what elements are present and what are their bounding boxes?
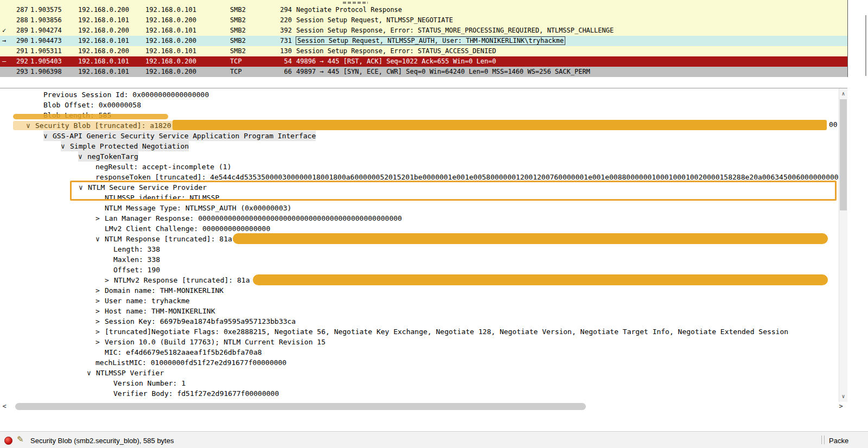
- tree-row-9[interactable]: ∨NTLM Secure Service Provider: [0, 182, 839, 193]
- tree-row-18[interactable]: >NTLMv2 Response [truncated]: 81a: [0, 275, 839, 285]
- tree-row-text: responseToken [truncated]: 4e544c4d53535…: [95, 173, 839, 181]
- related-packet-icon: →: [0, 36, 16, 46]
- tree-row-content: responseToken [truncated]: 4e544c4d53535…: [95, 172, 839, 182]
- info-text: Session Setup Response, Error: STATUS_AC…: [296, 47, 496, 55]
- tree-row-26[interactable]: mechListMIC: 01000000fd51f27e2d91677f000…: [0, 357, 839, 368]
- scroll-down-icon[interactable]: ∨: [839, 392, 847, 401]
- packet-col-len: 731: [273, 36, 292, 46]
- packet-col-proto: SMB2: [230, 46, 273, 56]
- tree-row-content: >Version 10.0 (Build 17763); NTLM Curren…: [95, 337, 326, 347]
- tree-row-21[interactable]: >Host name: THM-MONIKERLINK: [0, 306, 839, 316]
- tree-row-text: Lan Manager Response: 000000000000000000…: [105, 214, 402, 222]
- scroll-right-icon[interactable]: >: [837, 402, 845, 411]
- collapse-arrow-icon[interactable]: ∨: [79, 182, 88, 193]
- packet-row-288[interactable]: 2881.903856192.168.0.101192.168.0.200SMB…: [0, 15, 847, 25]
- packet-row-293[interactable]: 2931.906398192.168.0.101192.168.0.200TCP…: [0, 67, 847, 77]
- clipped-packet-row[interactable]: [0, 0, 847, 5]
- wireshark-window: 2871.903575192.168.0.200192.168.0.101SMB…: [0, 0, 868, 448]
- packet-col-time: 1.903575: [30, 5, 78, 15]
- tree-row-text: negTokenTarg: [87, 152, 138, 161]
- tree-row-14[interactable]: ∨NTLM Response [truncated]: 81a: [0, 234, 839, 244]
- tree-row-7[interactable]: negResult: accept-incomplete (1): [0, 162, 839, 172]
- expand-arrow-icon[interactable]: >: [95, 285, 105, 296]
- tree-row-2[interactable]: Blob Length: 585: [0, 110, 839, 120]
- scroll-left-icon[interactable]: <: [0, 402, 9, 411]
- expand-arrow-icon[interactable]: >: [95, 306, 105, 316]
- tree-row-10[interactable]: NTLMSSP identifier: NTLMSSP: [0, 193, 839, 203]
- tree-row-17[interactable]: Offset: 190: [0, 265, 839, 275]
- tree-row-16[interactable]: Maxlen: 338: [0, 254, 839, 265]
- tree-row-text: Version 10.0 (Build 17763); NTLM Current…: [105, 338, 326, 346]
- tree-row-8[interactable]: responseToken [truncated]: 4e544c4d53535…: [0, 172, 839, 182]
- tree-row-11[interactable]: NTLM Message Type: NTLMSSP_AUTH (0x00000…: [0, 203, 839, 213]
- tree-row-15[interactable]: Length: 338: [0, 244, 839, 254]
- packet-col-src: 192.168.0.101: [78, 36, 145, 46]
- tree-row-27[interactable]: ∨NTLMSSP Verifier: [0, 368, 839, 378]
- packet-row-290[interactable]: →2901.904473192.168.0.101192.168.0.200SM…: [0, 36, 847, 46]
- collapse-arrow-icon[interactable]: ∨: [26, 120, 35, 131]
- packet-col-time: 1.904274: [30, 25, 78, 36]
- tree-row-content: LMv2 Client Challenge: 0000000000000000: [105, 223, 270, 234]
- detail-horizontal-scrollbar[interactable]: < >: [0, 402, 847, 411]
- expand-arrow-icon[interactable]: >: [95, 327, 105, 337]
- tree-row-text: negResult: accept-incomplete (1): [95, 163, 231, 171]
- tree-row-6[interactable]: ∨negTokenTarg: [0, 151, 839, 162]
- packet-row-289[interactable]: ✓2891.904274192.168.0.200192.168.0.101SM…: [0, 25, 847, 36]
- tree-row-content: Previous Session Id: 0x0000000000000000: [43, 89, 209, 100]
- tree-row-19[interactable]: >Domain name: THM-MONIKERLINK: [0, 285, 839, 296]
- info-text: 49896 → 445 [RST, ACK] Seq=1022 Ack=655 …: [296, 57, 496, 65]
- tree-row-25[interactable]: MIC: ef4d6679e5182aaeaf1f5b26dbfa70a8: [0, 347, 839, 357]
- tree-row-5[interactable]: ∨Simple Protected Negotiation: [0, 141, 839, 151]
- info-text-focus-box: Session Setup Request, NTLMSSP_AUTH, Use…: [296, 37, 565, 44]
- tree-row-text: mechListMIC: 01000000fd51f27e2d91677f000…: [95, 359, 286, 367]
- tree-row-12[interactable]: >Lan Manager Response: 00000000000000000…: [0, 213, 839, 223]
- packet-row-291[interactable]: 2911.905311192.168.0.200192.168.0.101SMB…: [0, 46, 847, 56]
- tree-row-text: Verifier Body: fd51f27e2d91677f00000000: [113, 389, 279, 398]
- related-packet-icon: –: [0, 56, 16, 67]
- collapse-arrow-icon[interactable]: ∨: [87, 368, 96, 378]
- expand-arrow-icon[interactable]: >: [95, 316, 105, 327]
- tree-row-0[interactable]: Previous Session Id: 0x0000000000000000: [0, 89, 839, 100]
- vertical-scrollbar-thumb[interactable]: [840, 99, 847, 210]
- tree-row-3[interactable]: ∨Security Blob [truncated]: a1820: [0, 120, 839, 131]
- expand-arrow-icon[interactable]: >: [95, 337, 105, 347]
- expert-info-icon[interactable]: [4, 437, 12, 445]
- expand-arrow-icon[interactable]: >: [95, 213, 105, 223]
- detail-vertical-scrollbar[interactable]: ∧ ∨: [839, 88, 847, 402]
- packet-list-scrollbar[interactable]: [865, 15, 866, 76]
- tree-row-text: Blob Length: 585: [43, 111, 111, 119]
- collapse-arrow-icon[interactable]: ∨: [43, 131, 53, 141]
- tree-row-content: mechListMIC: 01000000fd51f27e2d91677f000…: [95, 357, 286, 368]
- packet-col-no: 292: [16, 56, 30, 67]
- tree-row-text: GSS-API Generic Security Service Applica…: [53, 132, 316, 140]
- packet-col-dst: 192.168.0.101: [145, 46, 230, 56]
- packet-row-292[interactable]: –2921.905403192.168.0.101192.168.0.200TC…: [0, 56, 847, 67]
- packet-col-dst: 192.168.0.200: [145, 67, 230, 77]
- tree-row-13[interactable]: LMv2 Client Challenge: 0000000000000000: [0, 223, 839, 234]
- tree-row-content: ∨GSS-API Generic Security Service Applic…: [43, 131, 316, 141]
- tree-row-29[interactable]: Verifier Body: fd51f27e2d91677f00000000: [0, 388, 839, 399]
- expand-arrow-icon[interactable]: >: [95, 296, 105, 306]
- packet-col-info: Session Setup Request, NTLMSSP_AUTH, Use…: [292, 36, 847, 46]
- capture-comment-icon[interactable]: ✎: [17, 434, 24, 444]
- horizontal-scrollbar-thumb[interactable]: [15, 403, 586, 410]
- collapse-arrow-icon[interactable]: ∨: [95, 234, 105, 244]
- tree-row-24[interactable]: >Version 10.0 (Build 17763); NTLM Curren…: [0, 337, 839, 347]
- expand-arrow-icon[interactable]: >: [105, 275, 114, 285]
- related-packet-icon: [0, 15, 16, 25]
- tree-row-22[interactable]: >Session Key: 6697b9ea1874bfa9595a957123…: [0, 316, 839, 327]
- tree-row-1[interactable]: Blob Offset: 0x00000058: [0, 100, 839, 110]
- tree-row-20[interactable]: >User name: tryhackme: [0, 296, 839, 306]
- collapse-arrow-icon[interactable]: ∨: [78, 151, 87, 162]
- tree-row-4[interactable]: ∨GSS-API Generic Security Service Applic…: [0, 131, 839, 141]
- packet-col-dst: 192.168.0.200: [145, 15, 230, 25]
- related-packet-icon: ✓: [0, 25, 16, 36]
- tree-row-23[interactable]: >[truncated]Negotiate Flags: 0xe2888215,…: [0, 327, 839, 337]
- packet-row-287[interactable]: 2871.903575192.168.0.200192.168.0.101SMB…: [0, 5, 847, 15]
- tree-row-28[interactable]: Version Number: 1: [0, 378, 839, 388]
- collapse-arrow-icon[interactable]: ∨: [61, 141, 70, 151]
- packet-col-src: 192.168.0.101: [78, 67, 145, 77]
- scroll-up-icon[interactable]: ∧: [839, 89, 847, 98]
- packet-col-dst: 192.168.0.101: [145, 25, 230, 36]
- tree-row-text: NTLM Secure Service Provider: [88, 183, 207, 191]
